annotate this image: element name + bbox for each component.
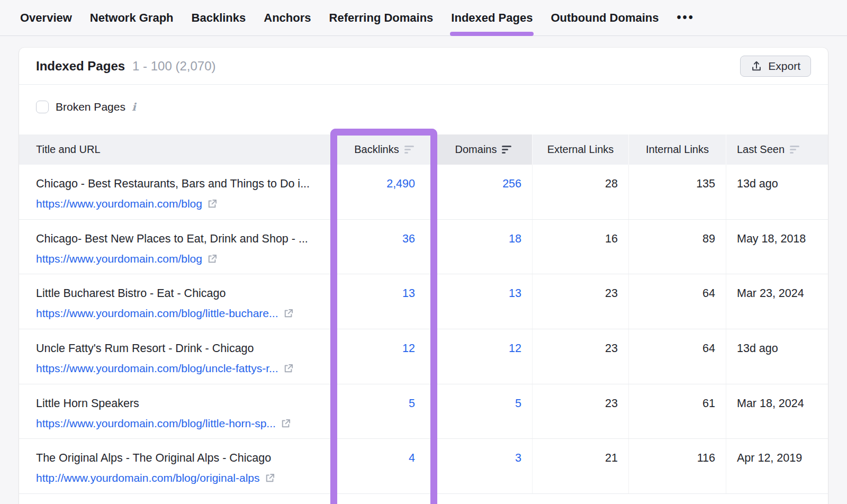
last-seen-value: 13d ago — [737, 342, 778, 355]
internal-links-cell: 64 — [628, 274, 726, 329]
column-label: Last Seen — [737, 143, 785, 156]
ellipsis-icon[interactable]: ••• — [677, 11, 695, 25]
last-seen-value: Apr 12, 2019 — [737, 452, 802, 464]
external-link-icon[interactable] — [281, 418, 291, 429]
sort-descending-icon — [790, 146, 799, 154]
page-url-link[interactable]: https://www.yourdomain.com/blog — [36, 197, 202, 210]
domains-count-link[interactable]: 5 — [515, 397, 521, 410]
backlinks-count-link[interactable]: 5 — [409, 397, 415, 410]
tab-backlinks[interactable]: Backlinks — [192, 0, 246, 35]
tab-outbound-domains[interactable]: Outbound Domains — [551, 0, 659, 35]
tab-anchors[interactable]: Anchors — [264, 0, 311, 35]
card-header: Indexed Pages 1 - 100 (2,070) Export — [19, 48, 828, 85]
page-url-link[interactable]: https://www.yourdomain.com/blog — [36, 253, 202, 265]
external-links-count: 21 — [605, 452, 618, 464]
column-header-external-links: External Links — [532, 134, 628, 165]
external-link-icon[interactable] — [207, 199, 218, 209]
backlinks-cell: 2,490 — [334, 165, 434, 219]
table-row: Little Horn Speakershttps://www.yourdoma… — [19, 384, 828, 439]
external-link-icon[interactable] — [265, 473, 275, 483]
filters-row: Broken Pages i — [36, 101, 811, 113]
domains-count-link[interactable]: 3 — [515, 452, 521, 464]
external-links-count: 23 — [605, 397, 618, 410]
external-link-icon[interactable] — [283, 308, 294, 319]
tab-referring-domains[interactable]: Referring Domains — [329, 0, 434, 35]
backlinks-count-link[interactable]: 4 — [409, 452, 415, 464]
last-seen-value: 13d ago — [737, 177, 778, 190]
last-seen-cell: 13d ago — [726, 165, 828, 219]
nav-tabs: OverviewNetwork GraphBacklinksAnchorsRef… — [20, 0, 659, 35]
page-title-text: Little Horn Speakers — [36, 397, 334, 410]
last-seen-cell: Apr 12, 2019 — [726, 439, 828, 493]
backlinks-count-link[interactable]: 13 — [402, 287, 415, 300]
domains-cell: 256 — [434, 165, 532, 219]
external-links-count: 23 — [605, 342, 618, 355]
table-row: Uncle Fatty's Rum Resort - Drink - Chica… — [19, 329, 828, 384]
table-header: Title and URL Backlinks Domains External… — [19, 134, 828, 165]
column-header-domains[interactable]: Domains — [434, 134, 532, 165]
external-links-count: 16 — [605, 232, 618, 245]
table-row: Chicago - Best Restaurants, Bars and Thi… — [19, 165, 828, 220]
external-links-cell: 23 — [532, 384, 628, 439]
table-row: Little Bucharest Bistro - Eat - Chicagoh… — [19, 274, 828, 329]
table-body: Chicago - Best Restaurants, Bars and Thi… — [19, 165, 828, 494]
domains-count-link[interactable]: 18 — [509, 232, 521, 245]
broken-pages-checkbox[interactable] — [36, 101, 49, 113]
backlinks-count-link[interactable]: 2,490 — [386, 177, 415, 190]
column-header-title-and-url: Title and URL — [19, 134, 334, 165]
active-tab-underline — [450, 32, 534, 36]
column-header-last-seen[interactable]: Last Seen — [726, 134, 828, 165]
domains-cell: 3 — [434, 439, 532, 493]
title-and-url-cell: Chicago- Best New Places to Eat, Drink a… — [19, 220, 334, 274]
page-url-link[interactable]: http://www.yourdomain.com/blog/original-… — [36, 472, 260, 484]
column-label: External Links — [547, 143, 614, 156]
backlinks-cell: 12 — [334, 329, 434, 384]
backlinks-count-link[interactable]: 36 — [402, 232, 415, 245]
internal-links-count: 135 — [696, 177, 715, 190]
column-label: Internal Links — [646, 143, 709, 156]
page-title-text: Uncle Fatty's Rum Resort - Drink - Chica… — [36, 342, 334, 355]
internal-links-cell: 64 — [628, 329, 726, 384]
external-links-cell: 23 — [532, 274, 628, 329]
column-header-backlinks[interactable]: Backlinks — [334, 134, 434, 165]
sort-descending-icon — [404, 146, 414, 154]
domains-count-link[interactable]: 12 — [509, 342, 521, 355]
title-and-url-cell: Little Bucharest Bistro - Eat - Chicagoh… — [19, 274, 334, 329]
last-seen-value: Mar 18, 2024 — [737, 397, 804, 410]
export-button[interactable]: Export — [740, 56, 811, 77]
page-url-link[interactable]: https://www.yourdomain.com/blog/uncle-fa… — [36, 362, 278, 375]
external-link-icon[interactable] — [207, 254, 218, 264]
internal-links-cell: 135 — [628, 165, 726, 219]
domains-count-link[interactable]: 13 — [509, 287, 521, 300]
tab-network-graph[interactable]: Network Graph — [90, 0, 174, 35]
title-and-url-cell: Uncle Fatty's Rum Resort - Drink - Chica… — [19, 329, 334, 384]
internal-links-cell: 61 — [628, 384, 726, 439]
domains-count-link[interactable]: 256 — [502, 177, 521, 190]
title-and-url-cell: The Original Alps - The Original Alps - … — [19, 439, 334, 493]
broken-pages-label: Broken Pages — [56, 101, 125, 113]
sort-descending-icon — [502, 146, 511, 154]
column-label: Title and URL — [36, 143, 101, 156]
domains-cell: 12 — [434, 329, 532, 384]
info-icon[interactable]: i — [132, 101, 136, 113]
backlinks-cell: 36 — [334, 220, 434, 274]
backlinks-cell: 5 — [334, 384, 434, 439]
upload-icon — [751, 60, 762, 72]
page-title: Indexed Pages — [36, 59, 125, 74]
external-links-count: 28 — [605, 177, 618, 190]
internal-links-count: 116 — [697, 452, 715, 464]
page-url-link[interactable]: https://www.yourdomain.com/blog/little-b… — [36, 307, 278, 320]
backlinks-count-link[interactable]: 12 — [402, 342, 415, 355]
tab-label: Network Graph — [90, 11, 174, 25]
last-seen-value: May 18, 2018 — [737, 232, 806, 245]
external-link-icon[interactable] — [283, 363, 294, 374]
page-url-link[interactable]: https://www.yourdomain.com/blog/little-h… — [36, 417, 276, 430]
last-seen-cell: 13d ago — [726, 329, 828, 384]
result-range: 1 - 100 (2,070) — [132, 59, 215, 74]
last-seen-cell: Mar 18, 2024 — [726, 384, 828, 439]
tab-indexed-pages[interactable]: Indexed Pages — [451, 0, 533, 35]
internal-links-count: 64 — [702, 287, 715, 300]
domains-cell: 5 — [434, 384, 532, 439]
tab-overview[interactable]: Overview — [20, 0, 72, 35]
external-links-cell: 28 — [532, 165, 628, 219]
